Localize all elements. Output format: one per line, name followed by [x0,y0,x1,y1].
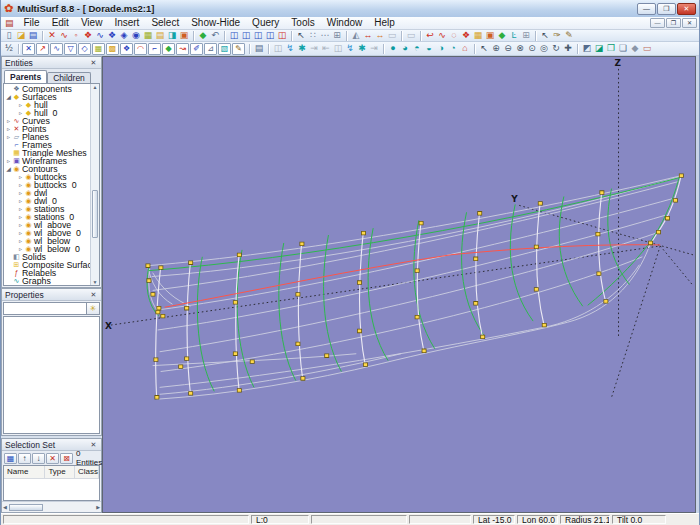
green-tool-icon[interactable]: ◆ [496,30,508,41]
view-front-icon[interactable]: ● [387,43,399,54]
bead-tool-icon[interactable]: ∿ [436,30,448,41]
pencil-tool-icon[interactable]: ✎ [563,30,575,41]
insert-solid-icon[interactable]: ▧ [218,43,231,55]
window-layout-2-icon[interactable]: ◫ [240,30,252,41]
grid-snap-icon[interactable]: ∷ [307,30,319,41]
menu-item[interactable]: Insert [108,17,145,29]
paste-disabled-icon[interactable]: ◫ [272,43,284,54]
insert-arc-icon[interactable]: ◠ [134,43,147,55]
selection-column-header[interactable]: Class [75,466,99,478]
contour-entity-icon[interactable]: ▣ [178,30,190,41]
model-viewport[interactable]: Z X Y [102,56,696,513]
expand-arrow-icon[interactable]: ▹ [17,189,24,197]
menu-item[interactable]: Query [246,17,285,29]
menu-item[interactable]: Tools [285,17,320,29]
selection-hscrollbar[interactable]: ◀ ▶ [2,501,101,512]
insert-mesh-icon[interactable]: ▩ [106,43,119,55]
disabled-tool2-icon[interactable]: ▭ [405,30,417,41]
display-hidden-icon[interactable]: ❐ [605,43,617,54]
menu-item[interactable]: Help [368,17,401,29]
menu-item[interactable]: Edit [46,17,75,29]
print-icon[interactable]: ▤ [253,43,265,54]
tree-item[interactable]: ▦ Triangle Meshes [4,149,90,157]
tree-item[interactable]: ▹ ◉ wl_below [4,237,90,245]
expand-arrow-icon[interactable]: ▹ [5,125,12,133]
display-render-icon[interactable]: ▭ [641,43,653,54]
disabled-tool-icon[interactable]: ▭ [386,30,398,41]
tree-item[interactable]: ▹ ▣ Wireframes [4,157,90,165]
surface-curve-icon[interactable]: ◉ [130,30,142,41]
menu-item[interactable]: File [18,17,46,29]
window-layout-3-icon[interactable]: ◫ [252,30,264,41]
tree-item[interactable]: ⌐ Frames [4,141,90,149]
scroll-right-icon[interactable]: ▶ [96,504,100,510]
window-layout-4-icon[interactable]: ◫ [264,30,276,41]
grid-fine-icon[interactable]: ⋯ [319,30,331,41]
magnet-tool-icon[interactable]: ❖ [460,30,472,41]
tab2-right-icon[interactable]: ⇥ [368,43,380,54]
scroll-left-icon[interactable]: ◀ [3,504,7,510]
insert-point-icon[interactable]: ✕ [22,43,35,55]
star2-teal-icon[interactable]: ✱ [356,43,368,54]
minimize-button[interactable]: — [637,3,656,15]
point-entity-icon[interactable]: ◦ [70,30,82,41]
new-file-icon[interactable]: ▯ [3,30,15,41]
tree-item[interactable]: ◧ Solids [4,253,90,261]
tree-scrollbar[interactable]: ▲ ▼ [90,84,99,285]
insert-edit-icon[interactable]: ✎ [232,43,245,55]
close-button[interactable]: ✕ [677,3,696,15]
zoom-prev-icon[interactable]: ◎ [538,43,550,54]
tree-item[interactable]: ▹ ◉ wl_above [4,221,90,229]
hint-icon[interactable]: ↯ [284,43,296,54]
mdi-close-button[interactable]: ✕ [682,18,697,28]
expand-arrow-icon[interactable]: ◢ [5,165,12,173]
zoom-in-icon[interactable]: ⊕ [490,43,502,54]
insert-tri-icon[interactable]: ▽ [64,43,77,55]
selection-move-up-icon[interactable]: ↑ [18,453,31,464]
close-panel-icon[interactable]: ✕ [89,291,98,299]
star-teal-icon[interactable]: ✱ [296,43,308,54]
expand-arrow-icon[interactable]: ▹ [17,181,24,189]
surface-entity-icon[interactable]: ▦ [142,30,154,41]
surface-point-icon[interactable]: ◈ [118,30,130,41]
relabel-entity-icon[interactable]: ◆ [197,30,209,41]
selection-column-header[interactable]: Name [4,466,45,478]
measure-icon[interactable]: ◭ [350,30,362,41]
display-wire-icon[interactable]: ◩ [581,43,593,54]
solid-entity-icon[interactable]: ◨ [166,30,178,41]
tree-item[interactable]: ▹ ◉ stations [4,205,90,213]
tree-item[interactable]: ▹ ▱ Planes [4,133,90,141]
distance-red-icon[interactable]: ↔ [362,30,374,41]
insert-surface-icon[interactable]: ▦ [92,43,105,55]
snake-entity-icon[interactable]: ❖ [106,30,118,41]
insert-arrow-icon[interactable]: ↗ [36,43,49,55]
pan-view-icon[interactable]: ✚ [562,43,574,54]
close-panel-icon[interactable]: ✕ [89,59,98,67]
tree-item[interactable]: ▹ ✕ Points [4,125,90,133]
display-mesh-icon[interactable]: ❏ [617,43,629,54]
tree-item[interactable]: ▹ ◉ buttocks_0 [4,181,90,189]
view-left-icon[interactable]: ◑ [435,43,447,54]
expand-arrow-icon[interactable]: ▹ [17,221,24,229]
selection-move-down-icon[interactable]: ↓ [32,453,45,464]
ring-tool-icon[interactable]: ◌ [448,30,460,41]
tab-left-icon[interactable]: ⇤ [320,43,332,54]
zoom-window-icon[interactable]: ⊗ [514,43,526,54]
expand-arrow-icon[interactable]: ▹ [5,133,12,141]
tree-item[interactable]: ▹ ◆ hull [4,101,90,109]
open-file-icon[interactable]: ◪ [15,30,27,41]
expand-arrow-icon[interactable]: ▹ [17,101,24,109]
paste2-disabled-icon[interactable]: ◫ [332,43,344,54]
selection-delete-icon[interactable]: ✕ [46,453,59,464]
tree-item[interactable]: ◢ ◆ Surfaces [4,93,90,101]
menu-item[interactable]: Show-Hide [185,17,246,29]
undo-icon[interactable]: ↶ [209,30,221,41]
grid-tool-icon[interactable]: ⊞ [520,30,532,41]
tree-item[interactable]: ◢ ◉ Contours [4,165,90,173]
view-back-icon[interactable]: ◕ [399,43,411,54]
expand-arrow-icon[interactable]: ▹ [5,117,12,125]
mdi-minimize-button[interactable]: — [650,18,665,28]
close-panel-icon[interactable]: ✕ [89,441,98,449]
tab-right-icon[interactable]: ⇥ [308,43,320,54]
view-bottom-icon[interactable]: ◒ [423,43,435,54]
